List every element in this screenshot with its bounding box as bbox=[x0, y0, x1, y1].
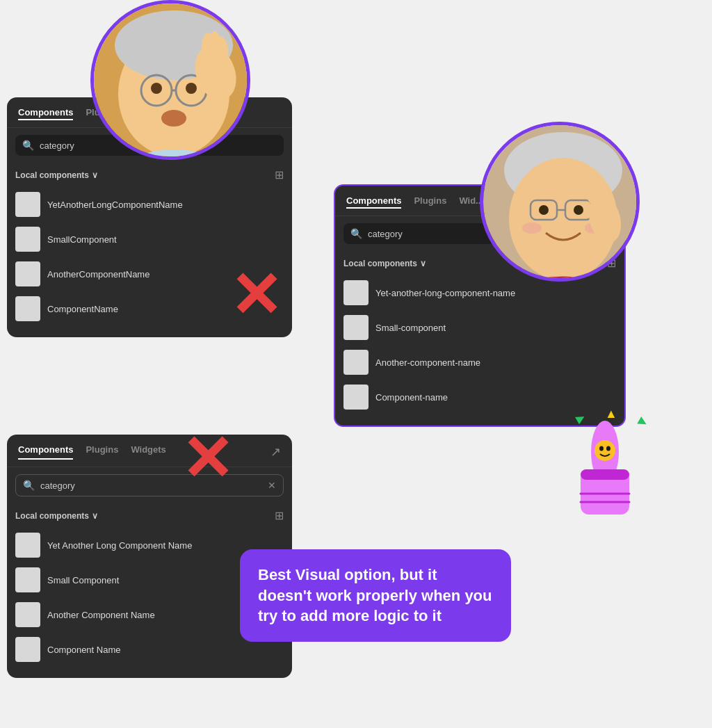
component-thumb-0-bl bbox=[15, 533, 40, 558]
component-thumb-3-tl bbox=[15, 296, 40, 321]
svg-point-31 bbox=[606, 446, 610, 451]
search-icon-bl: 🔍 bbox=[23, 480, 35, 491]
svg-point-20 bbox=[574, 205, 583, 215]
component-thumb-1-tl bbox=[15, 227, 40, 252]
component-name-2-rt: Another-component-name bbox=[375, 357, 480, 368]
component-thumb-1-bl bbox=[15, 567, 40, 592]
cursor-icon-bl: ↗ bbox=[270, 444, 281, 460]
search-row-bl: 🔍 category ✕ bbox=[15, 474, 284, 496]
component-item-1-rt[interactable]: Small-component bbox=[335, 310, 624, 345]
component-name-1-rt: Small-component bbox=[375, 323, 446, 333]
component-item-0-rt[interactable]: Yet-another-long-component-name bbox=[335, 275, 624, 310]
svg-point-10 bbox=[161, 110, 186, 127]
component-item-0-tl[interactable]: YetAnotherLongComponentName bbox=[7, 187, 292, 222]
svg-point-29 bbox=[594, 440, 615, 461]
component-name-3-tl: ComponentName bbox=[47, 304, 118, 314]
section-header-tl: Local components ∨ ⊞ bbox=[7, 163, 292, 187]
tab-plugins-bl[interactable]: Plugins bbox=[86, 444, 118, 460]
component-name-1-tl: SmallComponent bbox=[47, 234, 117, 245]
component-name-2-bl: Another Component Name bbox=[47, 610, 155, 620]
component-name-0-tl: YetAnotherLongComponentName bbox=[47, 200, 183, 210]
svg-point-19 bbox=[539, 205, 549, 215]
component-thumb-2-bl bbox=[15, 602, 40, 627]
red-x-bottom: ✕ bbox=[181, 428, 233, 490]
component-thumb-0-rt bbox=[343, 280, 369, 305]
component-thumb-2-rt bbox=[343, 350, 369, 375]
component-thumb-3-rt bbox=[343, 385, 369, 410]
tab-plugins-rt[interactable]: Plugins bbox=[414, 195, 446, 209]
component-thumb-1-rt bbox=[343, 315, 369, 340]
section-header-bl: Local components ∨ ⊞ bbox=[7, 503, 292, 528]
chevron-icon-rt: ∨ bbox=[420, 259, 426, 268]
grid-icon-tl[interactable]: ⊞ bbox=[275, 168, 284, 181]
tab-components-bl[interactable]: Components bbox=[18, 444, 73, 460]
avatar-top-left bbox=[90, 0, 250, 160]
chevron-icon-tl: ∨ bbox=[92, 170, 98, 180]
svg-point-21 bbox=[522, 223, 542, 234]
component-thumb-2-tl bbox=[15, 261, 40, 286]
svg-rect-28 bbox=[581, 469, 629, 480]
search-icon-tl: 🔍 bbox=[22, 140, 34, 151]
section-title-bl: Local components ∨ bbox=[15, 511, 98, 521]
component-name-0-rt: Yet-another-long-component-name bbox=[375, 288, 515, 298]
clear-icon-bl[interactable]: ✕ bbox=[268, 480, 276, 491]
component-item-2-rt[interactable]: Another-component-name bbox=[335, 345, 624, 380]
chevron-icon-bl: ∨ bbox=[92, 511, 98, 521]
component-name-1-bl: Small Component bbox=[47, 575, 119, 585]
component-thumb-0-tl bbox=[15, 192, 40, 217]
component-thumb-3-bl bbox=[15, 637, 40, 662]
grid-icon-bl[interactable]: ⊞ bbox=[275, 509, 284, 522]
tab-components-rt[interactable]: Components bbox=[346, 195, 401, 209]
section-title-rt: Local components ∨ bbox=[343, 259, 426, 268]
component-item-1-tl[interactable]: SmallComponent bbox=[7, 222, 292, 257]
search-icon-rt: 🔍 bbox=[350, 228, 362, 239]
svg-point-11 bbox=[151, 83, 162, 94]
avatar-top-right bbox=[480, 122, 640, 282]
tooltip-box: Best Visual option, but it doesn't work … bbox=[240, 549, 511, 642]
component-name-0-bl: Yet Another Long Component Name bbox=[47, 540, 192, 551]
svg-point-30 bbox=[599, 446, 604, 451]
component-name-2-tl: AnotherComponentName bbox=[47, 269, 149, 280]
component-name-3-bl: Component Name bbox=[47, 645, 121, 655]
tab-widgets-bl[interactable]: Widgets bbox=[131, 444, 165, 460]
section-title-tl: Local components ∨ bbox=[15, 170, 98, 180]
tooltip-text: Best Visual option, but it doesn't work … bbox=[258, 566, 492, 624]
red-x-top: ✕ bbox=[229, 264, 282, 327]
tab-bar-bl: Components Plugins Widgets ↗ bbox=[7, 435, 292, 467]
thumbs-up-wrapper: ► ▲ ► bbox=[563, 417, 654, 524]
component-name-3-rt: Component-name bbox=[375, 392, 448, 403]
svg-point-12 bbox=[186, 83, 197, 94]
tab-components-tl[interactable]: Components bbox=[18, 107, 73, 120]
